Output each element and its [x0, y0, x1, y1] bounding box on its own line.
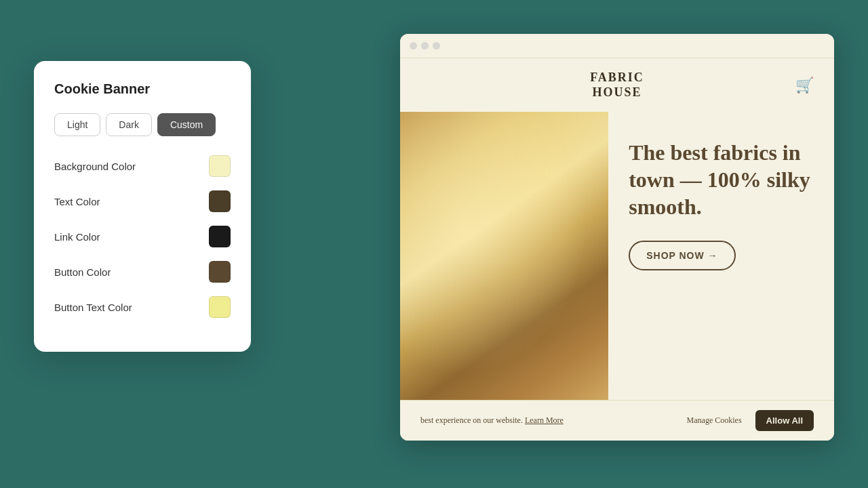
browser-titlebar	[400, 34, 834, 58]
cookie-learn-more-link[interactable]: Learn More	[525, 415, 564, 425]
color-row-label: Link Color	[54, 231, 100, 243]
color-swatch[interactable]	[209, 296, 231, 318]
color-row: Background Color	[54, 155, 231, 177]
color-rows: Background ColorText ColorLink ColorButt…	[54, 155, 231, 318]
color-swatch[interactable]	[209, 155, 231, 177]
shop-now-button[interactable]: SHOP NOW →	[629, 241, 735, 270]
color-row-label: Text Color	[54, 196, 100, 207]
site-main: The best fabrics in town — 100% silky sm…	[400, 112, 834, 400]
color-row: Link Color	[54, 226, 231, 247]
color-row-label: Background Color	[54, 161, 136, 172]
site-fabric-image	[400, 112, 608, 400]
browser-dot-2	[421, 42, 429, 49]
browser-content: FABRIC HOUSE 🛒 The best fabrics in town …	[400, 58, 834, 441]
color-swatch[interactable]	[209, 226, 231, 247]
cookie-text: best experience on our website. Learn Mo…	[420, 415, 673, 426]
theme-light-button[interactable]: Light	[54, 113, 100, 136]
site-logo: FABRIC HOUSE	[590, 70, 644, 100]
theme-buttons: Light Dark Custom	[54, 113, 231, 136]
site-header: FABRIC HOUSE 🛒	[400, 58, 834, 112]
theme-custom-button[interactable]: Custom	[157, 113, 216, 136]
cart-icon[interactable]: 🛒	[795, 77, 814, 94]
panel-title: Cookie Banner	[54, 81, 231, 97]
color-row-label: Button Text Color	[54, 302, 132, 313]
site-text: The best fabrics in town — 100% silky sm…	[608, 112, 834, 400]
allow-all-button[interactable]: Allow All	[755, 410, 814, 431]
browser-dot-1	[410, 42, 417, 49]
site-headline: The best fabrics in town — 100% silky sm…	[629, 139, 814, 220]
color-row: Button Color	[54, 261, 231, 283]
scene: Cookie Banner Light Dark Custom Backgrou…	[34, 34, 834, 454]
color-swatch[interactable]	[209, 190, 231, 212]
manage-cookies-link[interactable]: Manage Cookies	[687, 415, 742, 426]
color-row-label: Button Color	[54, 266, 111, 278]
color-row: Button Text Color	[54, 296, 231, 318]
color-swatch[interactable]	[209, 261, 231, 283]
theme-dark-button[interactable]: Dark	[106, 113, 152, 136]
settings-panel: Cookie Banner Light Dark Custom Backgrou…	[34, 61, 251, 352]
color-row: Text Color	[54, 190, 231, 212]
browser-window: FABRIC HOUSE 🛒 The best fabrics in town …	[400, 34, 834, 441]
cookie-banner: best experience on our website. Learn Mo…	[400, 400, 834, 441]
browser-dot-3	[433, 42, 440, 49]
